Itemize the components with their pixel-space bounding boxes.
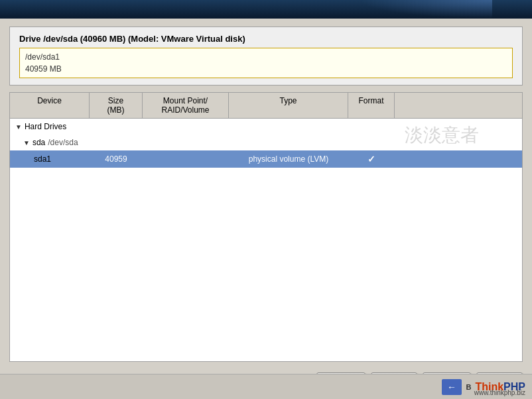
main-content: Drive /dev/sda (40960 MB) (Model: VMware…	[0, 19, 532, 399]
table-row[interactable]: ▼ sda /dev/sda	[10, 135, 522, 150]
brand-url: www.thinkphp.biz	[474, 389, 525, 396]
type-cell	[229, 141, 348, 144]
device-cell: ▼ sda /dev/sda	[10, 137, 90, 148]
drive-panel: Drive /dev/sda (40960 MB) (Model: VMware…	[9, 27, 523, 86]
expand-icon[interactable]: ▼	[23, 139, 30, 146]
mount-cell	[143, 125, 229, 128]
col-size: Size(MB)	[90, 93, 143, 118]
mount-cell	[143, 141, 229, 144]
type-cell: physical volume (LVM)	[229, 153, 348, 165]
expand-icon[interactable]: ▼	[15, 123, 22, 131]
extra-cell	[395, 125, 522, 128]
size-cell	[90, 141, 143, 144]
brand-bar: ← B ThinkPHP www.thinkphp.biz	[0, 374, 532, 399]
format-cell	[348, 125, 395, 128]
sda1-label: sda1	[34, 154, 51, 164]
sda-path: /dev/sda	[48, 138, 78, 147]
table-row[interactable]: ▼ Hard Drives	[10, 119, 522, 135]
extra-cell	[395, 158, 522, 160]
brand-b-label: B	[466, 383, 471, 391]
brand-arrow-icon: ←	[442, 379, 462, 395]
device-cell: sda1	[10, 153, 90, 165]
title-bar	[0, 0, 532, 19]
svg-text:←: ←	[447, 382, 456, 392]
drive-path: /dev/sda1	[25, 51, 507, 63]
partition-table: Device Size(MB) Mount Point/RAID/Volume …	[9, 92, 523, 362]
table-header: Device Size(MB) Mount Point/RAID/Volume …	[10, 93, 522, 119]
drive-title: Drive /dev/sda (40960 MB) (Model: VMware…	[19, 34, 513, 44]
table-row[interactable]: sda1 40959 physical volume (LVM) ✓	[10, 150, 522, 168]
table-body: ▼ Hard Drives ▼ sda /dev/sda	[10, 119, 522, 361]
drive-info-box: /dev/sda1 40959 MB	[19, 48, 513, 78]
drive-size: 40959 MB	[25, 63, 507, 75]
size-cell: 40959	[90, 153, 143, 165]
device-cell: ▼ Hard Drives	[10, 121, 90, 133]
format-cell	[348, 141, 395, 144]
col-extra	[395, 93, 522, 118]
col-device: Device	[10, 93, 90, 118]
sda-label: sda	[33, 138, 45, 147]
format-cell: ✓	[348, 152, 395, 166]
col-format: Format	[348, 93, 395, 118]
col-type: Type	[229, 93, 348, 118]
extra-cell	[395, 141, 522, 144]
type-cell	[229, 125, 348, 128]
hard-drives-label: Hard Drives	[25, 122, 66, 131]
mount-cell	[143, 158, 229, 160]
size-cell	[90, 125, 143, 128]
format-checkmark: ✓	[367, 154, 375, 164]
col-mount: Mount Point/RAID/Volume	[143, 93, 229, 118]
